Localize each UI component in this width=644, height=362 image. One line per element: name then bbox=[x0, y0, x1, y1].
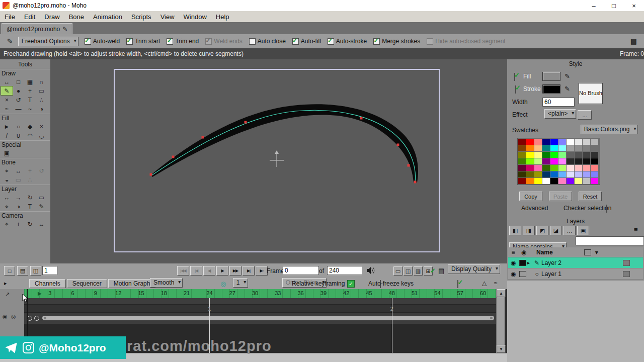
columns-icon[interactable]: ≡ bbox=[508, 249, 518, 256]
layer-right-chip[interactable] bbox=[623, 271, 630, 277]
keyframe-outline-icon[interactable]: ◎ bbox=[11, 313, 16, 320]
menu-item[interactable]: Scripts bbox=[127, 12, 156, 22]
style-action-button[interactable]: Paste bbox=[549, 192, 572, 201]
checkbox-box[interactable] bbox=[126, 38, 133, 45]
magnet-tool[interactable]: ∩ bbox=[36, 77, 47, 86]
color-swatch[interactable] bbox=[558, 152, 566, 158]
follow-path-tool[interactable]: → bbox=[13, 193, 24, 202]
layer-text-tool[interactable]: T bbox=[24, 202, 36, 211]
minimize-button[interactable]: – bbox=[584, 0, 604, 11]
timeline-ruler[interactable]: ▶ 3691215182124273033363942454851545760 bbox=[24, 289, 496, 298]
color-swatch[interactable] bbox=[526, 178, 534, 184]
go-to-start-button[interactable]: |◀◀ bbox=[177, 266, 189, 276]
layer-eyedropper-tool[interactable]: ◑ bbox=[13, 202, 24, 211]
tool-option-checkbox[interactable]: Auto-stroke bbox=[328, 38, 367, 45]
step-forward-button[interactable]: ▶| bbox=[243, 266, 255, 276]
color-swatch[interactable] bbox=[542, 139, 550, 145]
group-layer-button[interactable]: ◩ bbox=[536, 226, 548, 235]
single-view-button[interactable]: ▭ bbox=[393, 266, 403, 276]
layer-visibility-icon[interactable]: ◉ bbox=[508, 259, 518, 266]
pages-icon[interactable]: ▤ bbox=[630, 37, 637, 45]
layer-pencil-tool[interactable]: ✎ bbox=[36, 202, 47, 211]
timeline-channel-row[interactable] bbox=[24, 313, 496, 324]
more-layer-options-button[interactable]: … bbox=[564, 226, 576, 235]
color-swatch[interactable] bbox=[591, 171, 598, 177]
color-swatch[interactable] bbox=[591, 165, 598, 171]
stroke-exposure-tool[interactable]: ◡ bbox=[36, 131, 47, 140]
menu-item[interactable]: View bbox=[156, 12, 179, 22]
color-swatch[interactable] bbox=[518, 152, 526, 158]
curve-control-point[interactable] bbox=[150, 173, 152, 176]
interpolation-dropdown[interactable]: Smooth bbox=[150, 278, 183, 288]
timeline-vertical-scrollbar[interactable]: ▲ ▼ bbox=[496, 289, 505, 353]
color-swatch[interactable] bbox=[518, 171, 526, 177]
layer-visibility-icon[interactable]: ◉ bbox=[508, 270, 518, 278]
color-swatch[interactable] bbox=[567, 152, 574, 158]
timeline-tab[interactable]: Motion Graph bbox=[108, 279, 156, 288]
color-swatch[interactable] bbox=[591, 158, 598, 164]
create-shape-tool[interactable]: ○ bbox=[13, 122, 24, 131]
color-swatch[interactable] bbox=[542, 171, 550, 177]
duplicate-layer-button[interactable]: ◨ bbox=[523, 226, 535, 235]
layer-right-chip[interactable] bbox=[623, 260, 630, 266]
stroke-color-swatch[interactable] bbox=[542, 84, 560, 94]
shear-layer-tool[interactable]: ▭ bbox=[36, 193, 47, 202]
layer-expander-icon[interactable]: ▸ bbox=[527, 260, 532, 265]
timeline-track-row[interactable] bbox=[24, 298, 496, 305]
select-frames-button[interactable]: □ bbox=[4, 266, 15, 276]
draw-shape-tool[interactable]: ▭ bbox=[36, 86, 47, 95]
color-swatch[interactable] bbox=[583, 171, 590, 177]
curve-control-point[interactable] bbox=[172, 156, 175, 158]
layer-color-chip[interactable] bbox=[584, 249, 591, 255]
hide-edge-tool[interactable]: — bbox=[13, 105, 24, 113]
go-to-end-button[interactable]: ▶◦ bbox=[256, 266, 268, 276]
curve-control-point[interactable] bbox=[414, 181, 417, 184]
color-swatch[interactable] bbox=[518, 178, 526, 184]
maximize-button[interactable]: □ bbox=[604, 0, 624, 11]
color-swatch[interactable] bbox=[591, 152, 598, 158]
channel-list-button[interactable]: ▤ bbox=[17, 266, 28, 276]
menu-item[interactable]: Edit bbox=[20, 12, 40, 22]
swatches-dropdown[interactable]: Basic Colors.png bbox=[581, 125, 638, 134]
color-swatch[interactable] bbox=[558, 178, 566, 184]
color-swatch[interactable] bbox=[575, 145, 582, 151]
tool-option-checkbox[interactable]: Auto close bbox=[249, 38, 286, 45]
curve-control-point[interactable] bbox=[202, 136, 204, 139]
style-action-button[interactable]: Reset bbox=[579, 192, 602, 201]
color-swatch[interactable] bbox=[534, 178, 542, 184]
checkbox-box[interactable] bbox=[167, 38, 173, 45]
color-swatch[interactable] bbox=[583, 165, 590, 171]
color-swatch[interactable] bbox=[567, 139, 574, 145]
onion-skin-icon[interactable]: ◎ bbox=[220, 280, 226, 288]
bind-layer-tool[interactable]: ▭ bbox=[13, 175, 24, 184]
play-button[interactable]: ▶ bbox=[216, 266, 228, 276]
select-bone-tool[interactable]: ⌖ bbox=[1, 166, 13, 175]
keying-indicator[interactable]: ✓ bbox=[347, 280, 355, 288]
scroll-down-icon[interactable]: ▼ bbox=[497, 345, 506, 353]
transform-points-tool[interactable]: ↔ bbox=[1, 77, 13, 86]
document-tab[interactable]: @moho12pro.moho ✎ bbox=[2, 23, 72, 34]
color-swatch[interactable] bbox=[526, 158, 534, 164]
style-action-button[interactable]: Copy bbox=[519, 192, 542, 201]
menu-item[interactable]: Animation bbox=[89, 12, 127, 22]
delete-edge-tool[interactable]: × bbox=[1, 96, 13, 104]
color-swatch[interactable] bbox=[534, 171, 542, 177]
color-swatch[interactable] bbox=[526, 171, 534, 177]
effect-more-button[interactable]: ... bbox=[578, 110, 592, 120]
tool-option-checkbox[interactable]: Merge strokes bbox=[373, 38, 420, 45]
roll-camera-tool[interactable]: ↻ bbox=[24, 220, 36, 228]
checkbox-box[interactable] bbox=[373, 38, 380, 45]
layer-color-cell[interactable] bbox=[518, 271, 527, 277]
insert-text-tool[interactable]: T bbox=[24, 96, 36, 104]
reparent-bone-tool[interactable]: ↺ bbox=[36, 166, 47, 175]
tool-option-checkbox[interactable]: Hide auto-closed segment bbox=[427, 38, 505, 45]
keyframe-dot[interactable] bbox=[27, 316, 32, 321]
step-back-button[interactable]: ◀| bbox=[203, 266, 215, 276]
checkbox-box[interactable] bbox=[249, 38, 256, 45]
curve-control-point[interactable] bbox=[397, 144, 399, 146]
color-swatch[interactable] bbox=[583, 158, 590, 164]
color-swatch[interactable] bbox=[591, 145, 598, 151]
tool-option-checkbox[interactable]: Auto-fill bbox=[292, 38, 321, 45]
color-swatch[interactable] bbox=[534, 158, 542, 164]
timeline-tab[interactable]: Sequencer bbox=[67, 279, 107, 288]
